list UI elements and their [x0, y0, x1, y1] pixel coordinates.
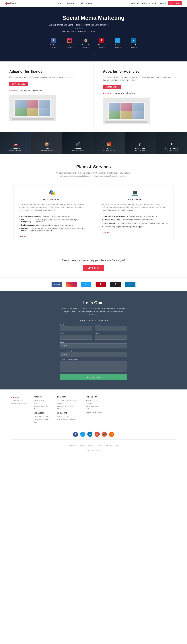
- first-name-input[interactable]: [60, 326, 92, 331]
- facebook-icon: f: [51, 38, 56, 43]
- social-facebook-button[interactable]: f: [73, 432, 78, 437]
- footer-la-label: LOS ANGELES: [34, 412, 49, 414]
- agencies-mindshare-text: mindshare: [129, 92, 136, 94]
- travel-label: ✈ Travel & Tourism Advertising Solutions: [164, 142, 178, 151]
- industry-select[interactable]: Select Automotive Retail: [60, 352, 127, 357]
- nav-signin[interactable]: SIGN IN: [160, 2, 166, 4]
- agencies-column: Adparlor for Agencies Spend less time ma…: [94, 62, 187, 132]
- industry-retail[interactable]: 🎁 Retail Advertising Solutions: [94, 132, 124, 154]
- partner-facebook[interactable]: f Advertising: [52, 282, 62, 287]
- ecommerce-icon: 🛒: [72, 142, 84, 146]
- platform-facebook-sub: Advertising: [50, 47, 56, 48]
- footer-links: Homepage Brands Agencies About Careers B…: [11, 442, 176, 448]
- industry-restaurants[interactable]: 🍴 Restaurants Advertising Solutions: [124, 132, 156, 154]
- agencies-button[interactable]: BUTTON LABEL: [103, 85, 121, 89]
- industry-travel[interactable]: ✈ Travel & Tourism Advertising Solutions: [156, 132, 187, 154]
- self-serve-learn-more[interactable]: Learn More: [102, 232, 110, 234]
- footer-link-homepage[interactable]: Homepage: [68, 444, 76, 446]
- footer-columns: adparlor +1 (416) 366-9777 website@adpar…: [11, 396, 176, 424]
- cta-button[interactable]: LET'S TALK: [83, 265, 104, 271]
- nav-solutions[interactable]: SOLUTIONS: [80, 2, 92, 4]
- platform-snapchat[interactable]: 👻 Snapchat Advertising: [78, 37, 94, 49]
- industry-cpg[interactable]: 📦 CPG Advertising Solutions: [31, 132, 62, 154]
- platform-snapchat-label: Snapchat: [82, 44, 89, 46]
- partners-row: f Advertising 📷 🐦 P 👻 in: [0, 278, 187, 291]
- country-select[interactable]: Select United States Canada: [60, 344, 127, 348]
- platform-pinterest-label: Pinterest: [98, 44, 104, 46]
- ss-feature-4: Full onboarding program and campaign lau…: [102, 225, 168, 228]
- nav-admooup[interactable]: ADMOOUP: [131, 2, 140, 4]
- agencies-laptop: [103, 98, 150, 124]
- social-twitter-button[interactable]: 🐦: [80, 432, 85, 437]
- retail-icon: 🎁: [103, 142, 115, 146]
- footer-newyork-address: 7 Penn Plaza, 370 Seventh AveSuite 1706N…: [57, 400, 78, 410]
- retail-name: Retail: [103, 148, 115, 150]
- email-label: Email: [60, 333, 92, 334]
- nav-agencies[interactable]: AGENCIES: [67, 2, 76, 4]
- cta-section: Ready to see how we can help your Facebo…: [0, 252, 187, 278]
- platform-linkedin[interactable]: in LinkedIn Advertising: [126, 37, 142, 49]
- country-group: Country Select United States Canada: [60, 341, 127, 348]
- footer-brand-name: adparlor: [11, 396, 26, 398]
- social-linkedin-button[interactable]: in: [87, 432, 92, 437]
- platform-instagram-sub: Advertising: [66, 47, 72, 48]
- partner-snapchat[interactable]: 👻: [110, 282, 121, 287]
- agencies-rogers-logo: ● ROGERS: [103, 92, 112, 94]
- partner-facebook-text: f Advertising: [53, 284, 60, 285]
- travel-name: Travel & Tourism: [164, 148, 178, 150]
- brands-laptop: [9, 94, 56, 121]
- partner-twitter[interactable]: 🐦: [81, 282, 92, 287]
- view-all-locations[interactable]: VIEW ALL LOCATIONS: [86, 412, 102, 414]
- feature-4: Personal touch: Regular check-ins, quart…: [19, 227, 85, 232]
- message-textarea[interactable]: [60, 361, 127, 372]
- partner-pinterest[interactable]: P: [96, 282, 106, 287]
- agencies-screen-thumb-2: [120, 102, 132, 111]
- social-instagram-button[interactable]: 📷: [102, 432, 107, 437]
- logo-icon: ◆: [5, 2, 8, 5]
- plans-subtitle: We believe in supporting our clients whe…: [54, 172, 134, 178]
- email-input[interactable]: [60, 335, 92, 340]
- footer-kansas-address: 4600 Madison Ave11th FloorKansas City, M…: [86, 400, 102, 410]
- phone-input[interactable]: [94, 335, 127, 340]
- footer-link-blog[interactable]: Blog: [116, 444, 118, 446]
- industry-automotive[interactable]: 🚗 Automotive Advertising Solutions: [0, 132, 31, 154]
- nav-about[interactable]: ABOUT: [142, 2, 150, 4]
- agencies-mindshare-dot: [126, 92, 128, 94]
- self-serve-desc: Empowers advertisers to own their campai…: [102, 203, 168, 211]
- footer-newyork-col: NEW YORK 7 Penn Plaza, 370 Seventh AveSu…: [57, 396, 78, 424]
- restaurants-label: 🍴 Restaurants Advertising Solutions: [134, 142, 146, 151]
- fully-managed-learn-more[interactable]: Learn More: [19, 236, 28, 238]
- platform-facebook[interactable]: f Facebook Advertising: [46, 37, 62, 49]
- footer-copyright: © 2017 Copyright Notice: [11, 448, 176, 451]
- ecommerce-sub: Advertising Solutions: [72, 150, 84, 151]
- platform-instagram[interactable]: 📷 Instagram Advertising: [62, 37, 78, 49]
- logo[interactable]: ◆ adparlor: [5, 2, 17, 5]
- fully-managed-name: FULLY-MANAGED: [19, 198, 85, 200]
- footer-kansas-col: KANSAS CITY 4600 Madison Ave11th FloorKa…: [86, 396, 102, 424]
- industry-ecommerce[interactable]: 🛒 eCommerce Advertising Solutions: [62, 132, 94, 154]
- partner-snapchat-text: 👻: [114, 283, 117, 286]
- platform-twitter[interactable]: 🐦 Twitter Advertising: [110, 37, 126, 49]
- automotive-label: 🚗 Automotive Advertising Solutions: [9, 142, 22, 151]
- cta-nav-button[interactable]: LET'S TALK: [168, 1, 182, 5]
- footer-singapore-address: 120 Robinson Road#06-01, Singapore 06891…: [57, 416, 78, 421]
- social-rss-button[interactable]: rss: [109, 432, 114, 437]
- nav-blog[interactable]: BLOG: [152, 2, 157, 4]
- footer-link-brands[interactable]: Brands: [80, 444, 84, 446]
- travel-sub: Advertising Solutions: [164, 150, 178, 151]
- brands-button[interactable]: BUTTON LABEL: [9, 82, 28, 86]
- footer-link-careers[interactable]: Careers: [106, 444, 112, 446]
- screen-thumb-3: [39, 100, 50, 108]
- footer-link-agencies[interactable]: Agencies: [88, 444, 94, 446]
- last-name-input[interactable]: [94, 326, 127, 331]
- fully-managed-desc: Our in-house team of experts handle all …: [19, 203, 85, 211]
- partner-instagram[interactable]: 📷: [66, 282, 77, 287]
- nav-brands[interactable]: BRANDS: [56, 2, 63, 4]
- contact-submit-button[interactable]: CONTACT US: [60, 374, 127, 380]
- platform-pinterest[interactable]: P Pinterest Advertising: [94, 37, 110, 49]
- footer-link-about[interactable]: About: [98, 444, 102, 446]
- footer-email[interactable]: website@adparlor.com: [11, 402, 26, 405]
- social-google-button[interactable]: g+: [94, 432, 100, 437]
- partner-linkedin[interactable]: in: [125, 282, 136, 287]
- agencies-screen-thumb-1: [109, 102, 120, 111]
